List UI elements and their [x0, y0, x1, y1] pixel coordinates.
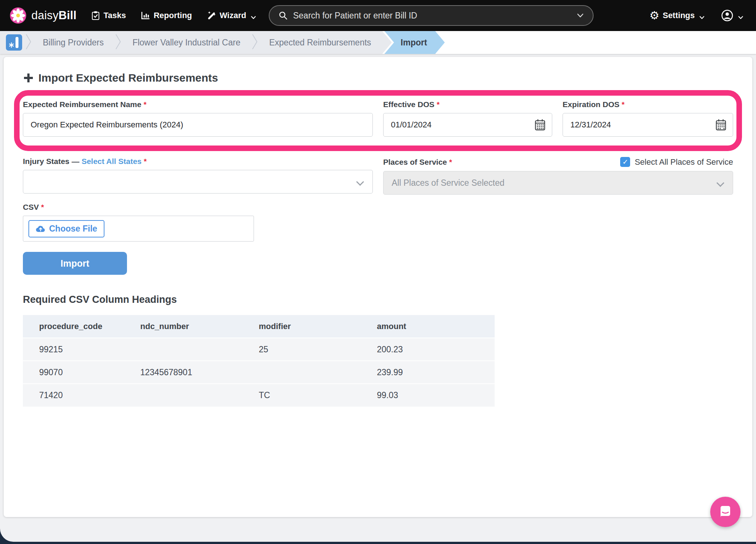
field-csv: CSV* Choose File: [23, 203, 733, 242]
choose-file-button[interactable]: Choose File: [28, 220, 104, 237]
nav-wizard-label: Wizard: [220, 11, 246, 20]
table-cell: 12345678901: [124, 361, 243, 384]
gear-icon: ⚙: [649, 10, 659, 21]
required-asterisk: *: [144, 157, 147, 166]
brand-name: daisyBill: [31, 9, 76, 22]
bar-chart-icon: [141, 11, 150, 20]
table-cell: [124, 384, 243, 407]
csv-file-input[interactable]: Choose File: [23, 216, 254, 242]
places-of-service-label: Places of Service*: [383, 158, 452, 167]
effective-dos-label: Effective DOS*: [383, 100, 552, 109]
places-of-service-value: All Places of Service Selected: [384, 171, 733, 194]
column-header: amount: [361, 315, 495, 338]
breadcrumb-expected-reimbursements[interactable]: Expected Reimbursements: [261, 38, 379, 48]
main-content: Import Expected Reimbursements Expected …: [0, 54, 756, 517]
column-header: ndc_number: [124, 315, 243, 338]
table-cell: 99215: [23, 338, 124, 361]
table-cell: 99.03: [361, 384, 495, 407]
page-title: Import Expected Reimbursements: [23, 72, 733, 84]
global-search[interactable]: [269, 5, 594, 26]
nav-wizard[interactable]: Wizard: [207, 11, 256, 20]
table-row: 99070 12345678901 239.99: [23, 361, 495, 384]
injury-states-select[interactable]: [23, 170, 373, 194]
magic-wand-icon: [207, 11, 216, 20]
csv-columns-table: procedure_code ndc_number modifier amoun…: [23, 315, 495, 407]
checkbox-checked-icon[interactable]: ✓: [620, 157, 630, 167]
nav-reporting-label: Reporting: [154, 11, 192, 20]
nav-tasks[interactable]: Tasks: [91, 11, 126, 20]
table-header-row: procedure_code ndc_number modifier amoun…: [23, 315, 495, 338]
clipboard-check-icon: [91, 11, 100, 20]
import-button[interactable]: Import: [23, 252, 127, 275]
table-cell: 239.99: [361, 361, 495, 384]
page-title-text: Import Expected Reimbursements: [38, 72, 218, 84]
column-header: procedure_code: [23, 315, 124, 338]
required-asterisk: *: [437, 100, 440, 109]
required-asterisk: *: [449, 158, 452, 167]
required-asterisk: *: [622, 100, 625, 109]
effective-dos-input[interactable]: [383, 113, 552, 137]
csv-columns-heading: Required CSV Column Headings: [23, 294, 733, 305]
breadcrumb-separator-icon: [115, 33, 121, 52]
top-navbar: daisyBill Tasks: [0, 0, 756, 31]
chat-button[interactable]: [710, 497, 740, 527]
select-all-states-link[interactable]: Select All States: [82, 157, 142, 166]
column-header: modifier: [243, 315, 361, 338]
chevron-down-icon: [738, 13, 743, 18]
table-cell: [243, 361, 361, 384]
table-cell: 25: [243, 338, 361, 361]
expiration-dos-input[interactable]: [563, 113, 733, 137]
table-cell: 99070: [23, 361, 124, 384]
field-places-of-service: Places of Service* ✓ Select All Places o…: [383, 157, 733, 195]
daisybill-logo[interactable]: daisyBill: [10, 7, 76, 24]
nav-tasks-label: Tasks: [103, 11, 126, 20]
breadcrumb-import-active[interactable]: Import: [384, 31, 445, 54]
injury-states-label: Injury States — Select All States *: [23, 157, 373, 166]
daisy-flower-icon: [10, 7, 27, 24]
field-expiration-dos: Expiration DOS*: [563, 100, 733, 137]
table-row: 71420 TC 99.03: [23, 384, 495, 407]
chevron-down-icon: [699, 13, 705, 18]
home-icon[interactable]: [6, 34, 22, 51]
places-of-service-select: All Places of Service Selected: [383, 171, 733, 195]
chat-bubble-icon: [718, 504, 733, 520]
chevron-down-icon: [356, 178, 364, 186]
pink-highlight-annotation: Expected Reimbursement Name* Effective D…: [14, 90, 742, 151]
table-cell: 200.23: [361, 338, 495, 361]
table-cell: 71420: [23, 384, 124, 407]
table-cell: TC: [243, 384, 361, 407]
nav-account[interactable]: [721, 9, 743, 22]
nav-reporting[interactable]: Reporting: [141, 11, 192, 20]
page: daisyBill Tasks: [0, 0, 756, 542]
expiration-dos-label: Expiration DOS*: [563, 100, 733, 109]
reimbursement-name-input[interactable]: [23, 113, 373, 137]
required-asterisk: *: [144, 100, 147, 109]
user-circle-icon: [721, 9, 733, 22]
breadcrumb: Billing Providers Flower Valley Industri…: [0, 31, 756, 54]
breadcrumb-billing-providers[interactable]: Billing Providers: [35, 38, 112, 48]
breadcrumb-separator-icon: [25, 33, 32, 52]
select-all-places-label: Select All Places of Service: [635, 157, 733, 167]
cloud-upload-icon: [36, 225, 45, 232]
select-all-places-checkbox-row[interactable]: ✓ Select All Places of Service: [620, 157, 733, 167]
nav-settings-label: Settings: [663, 11, 695, 20]
field-effective-dos: Effective DOS*: [383, 100, 552, 137]
plus-icon: [23, 72, 34, 83]
required-asterisk: *: [41, 203, 44, 212]
import-card: Import Expected Reimbursements Expected …: [4, 57, 752, 517]
table-row: 99215 25 200.23: [23, 338, 495, 361]
breadcrumb-trail: Billing Providers Flower Valley Industri…: [0, 31, 392, 54]
choose-file-label: Choose File: [49, 224, 97, 234]
csv-label: CSV*: [23, 203, 733, 212]
field-injury-states: Injury States — Select All States *: [23, 157, 373, 195]
chevron-down-icon: [251, 13, 256, 18]
search-dropdown-chevron-icon[interactable]: [577, 12, 584, 19]
search-input[interactable]: [293, 11, 577, 21]
table-cell: [124, 338, 243, 361]
breadcrumb-separator-icon: [251, 33, 258, 52]
reimbursement-name-label: Expected Reimbursement Name*: [23, 100, 373, 109]
navbar-right: ⚙ Settings: [649, 9, 743, 22]
search-icon: [278, 11, 288, 20]
breadcrumb-provider-name[interactable]: Flower Valley Industrial Care: [124, 38, 248, 48]
nav-settings[interactable]: ⚙ Settings: [649, 10, 705, 21]
